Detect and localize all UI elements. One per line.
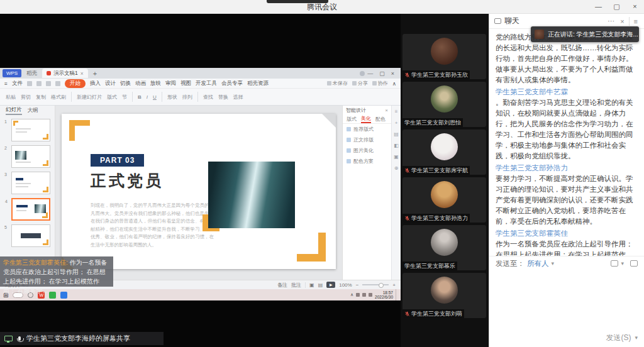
slide-thumb-5[interactable]: 5: [11, 224, 50, 247]
zoom-slider[interactable]: [362, 284, 389, 285]
new-tab-button[interactable]: +: [91, 70, 99, 77]
send-to-selector[interactable]: 所有人: [527, 259, 549, 268]
participant-tile[interactable]: 学生第三党支部慕乐: [402, 225, 486, 270]
show-desktop-button[interactable]: [396, 289, 397, 300]
chevron-down-icon[interactable]: ▾: [552, 260, 555, 267]
participant-tile[interactable]: 学生第三党支部孙浩力: [402, 177, 486, 223]
wps-maximize-icon[interactable]: ▢: [379, 70, 385, 77]
participant-tile[interactable]: 学生第三党支部孙玉欣: [402, 34, 486, 79]
shapes-button[interactable]: 形状: [167, 94, 177, 101]
wechat-app-icon[interactable]: [49, 292, 56, 299]
slide-thumb-3[interactable]: 3: [11, 172, 50, 194]
settings-icon[interactable]: ⊕: [394, 165, 399, 171]
volume-icon[interactable]: [362, 293, 366, 297]
ribbon-tab-animation[interactable]: 动画: [135, 80, 146, 87]
panel-tab-layout[interactable]: 版式: [347, 116, 357, 123]
cut-button[interactable]: 剪切: [21, 94, 31, 101]
ribbon-tab-docer[interactable]: 稻壳资源: [247, 80, 269, 87]
ribbon-tab-view[interactable]: 视图: [180, 80, 191, 87]
chat-messages[interactable]: 党的路线方针政策，凡事都要从国家、民族的长远和大局出发，既弘扬……转化为实际行动…: [489, 29, 644, 256]
add-icon[interactable]: +: [395, 120, 398, 126]
copy-button[interactable]: 复制: [36, 94, 46, 101]
layout-button[interactable]: 版式: [107, 94, 117, 101]
panel-tab-color[interactable]: 配色: [375, 116, 386, 123]
slide-canvas[interactable]: PART 03 正式党员 到现在，我明白了，党的平凡而伟大正是因为每个党员的平凡…: [55, 106, 342, 280]
docer-tab[interactable]: 稻壳: [24, 70, 40, 77]
slide-thumb-1[interactable]: 1: [11, 119, 50, 141]
sorter-view-icon[interactable]: ▤: [318, 282, 323, 288]
collapse-ribbon-icon[interactable]: ∧: [392, 80, 396, 87]
meeting-toolbar-handle[interactable]: [267, 0, 328, 3]
tab-slides[interactable]: 幻灯片: [6, 106, 22, 115]
ribbon-tab-design[interactable]: 设计: [105, 80, 116, 87]
redo-icon[interactable]: [55, 81, 60, 86]
zoom-level[interactable]: 100%: [339, 282, 352, 288]
chat-sender-name[interactable]: 学生第三党支部霍英佳: [496, 228, 638, 239]
send-options-icon[interactable]: ▾: [635, 334, 638, 341]
select-button[interactable]: 选择: [233, 94, 243, 101]
participant-tile[interactable]: 学生第三党支部刘萌: [402, 273, 486, 318]
system-tray[interactable]: ∧ 18:57 2022/6/30: [350, 289, 397, 300]
paste-button[interactable]: 粘贴: [6, 94, 16, 101]
collaborate-button[interactable]: 协作: [372, 80, 388, 87]
panel-item[interactable]: 推荐版式: [343, 124, 391, 135]
current-slide[interactable]: PART 03 正式党员 到现在，我明白了，党的平凡而伟大正是因为每个党员的平凡…: [62, 114, 336, 269]
wps-minimize-icon[interactable]: —: [367, 70, 373, 77]
ribbon-tab-devtools[interactable]: 开发工具: [196, 80, 217, 87]
panel-close-icon[interactable]: ×: [385, 107, 388, 113]
more-icon[interactable]: ⋯: [606, 17, 616, 25]
wps-close-icon[interactable]: ×: [391, 70, 394, 77]
play-slideshow-button[interactable]: ▶: [326, 282, 335, 288]
normal-view-icon[interactable]: ▣: [309, 282, 314, 288]
file-menu[interactable]: 文件: [12, 80, 23, 87]
arrange-button[interactable]: 排列: [182, 94, 192, 101]
chat-sender-name[interactable]: 学生第三党支部牛艺霖: [496, 87, 638, 97]
wps-home-tab[interactable]: WPS: [3, 69, 21, 77]
outline-icon[interactable]: ≡: [395, 109, 398, 114]
close-icon[interactable]: ×: [626, 0, 644, 14]
chat-notification-overlay[interactable]: 学生第三党支部霍英佳: 作为一名预备党员应在政治上起引导作用； 在思想上起先进作…: [0, 256, 113, 287]
panel-item[interactable]: 正文排版: [343, 135, 391, 145]
tab-close-icon[interactable]: ×: [80, 70, 84, 77]
send-button[interactable]: 发送(S): [606, 333, 631, 343]
italic-button[interactable]: I: [147, 94, 148, 100]
comments-button[interactable]: 批注: [291, 282, 301, 289]
document-tab[interactable]: 演示文稿1 ×: [42, 69, 88, 78]
tray-expand-icon[interactable]: ∧: [350, 292, 353, 297]
maximize-icon[interactable]: ▢: [608, 0, 626, 14]
zoom-in-icon[interactable]: +: [392, 282, 396, 288]
share-button[interactable]: 分享: [352, 80, 368, 87]
replace-button[interactable]: 替换: [218, 94, 228, 101]
new-slide-button[interactable]: 新建幻灯片: [77, 94, 102, 101]
slide-thumb-4-current[interactable]: 4: [11, 198, 50, 221]
ribbon-tab-member[interactable]: 会员专享: [221, 80, 243, 87]
minimize-icon[interactable]: —: [589, 0, 608, 14]
find-button[interactable]: 查找: [203, 94, 213, 101]
chat-sender-name[interactable]: 学生第三党支部孙浩力: [496, 163, 638, 174]
participant-tile[interactable]: 学生第三党支部刘思怡: [402, 82, 486, 127]
meeting-app-icon[interactable]: [60, 292, 67, 299]
hamburger-icon[interactable]: ≡: [4, 80, 8, 87]
ribbon-tab-slideshow[interactable]: 放映: [150, 80, 161, 87]
chat-input[interactable]: [489, 270, 644, 328]
chat-close-icon[interactable]: ×: [619, 18, 625, 25]
panel-item[interactable]: 配色方案: [343, 156, 391, 167]
participant-tile[interactable]: 学生第三党支部席宇航: [402, 129, 486, 175]
layout-icon[interactable]: ▤: [394, 131, 399, 137]
ime-icon[interactable]: [369, 293, 372, 297]
slide-thumb-2[interactable]: 2: [11, 145, 50, 168]
network-icon[interactable]: [356, 293, 360, 297]
bold-button[interactable]: B: [138, 94, 142, 100]
tab-outline[interactable]: 大纲: [28, 107, 38, 114]
template-icon[interactable]: ▣: [394, 154, 399, 160]
underline-button[interactable]: U: [153, 94, 157, 100]
ribbon-tab-review[interactable]: 审阅: [165, 80, 176, 87]
panel-tab-beautify[interactable]: 美化: [361, 115, 371, 123]
format-painter-button[interactable]: 格式刷: [51, 94, 66, 101]
panel-item[interactable]: 图片美化: [343, 145, 391, 156]
chat-history-icon[interactable]: [611, 260, 618, 267]
ribbon-tab-home[interactable]: 开始: [65, 79, 86, 88]
ribbon-tab-insert[interactable]: 插入: [90, 80, 101, 87]
section-button[interactable]: 节: [122, 94, 127, 101]
zoom-out-icon[interactable]: −: [356, 282, 359, 288]
